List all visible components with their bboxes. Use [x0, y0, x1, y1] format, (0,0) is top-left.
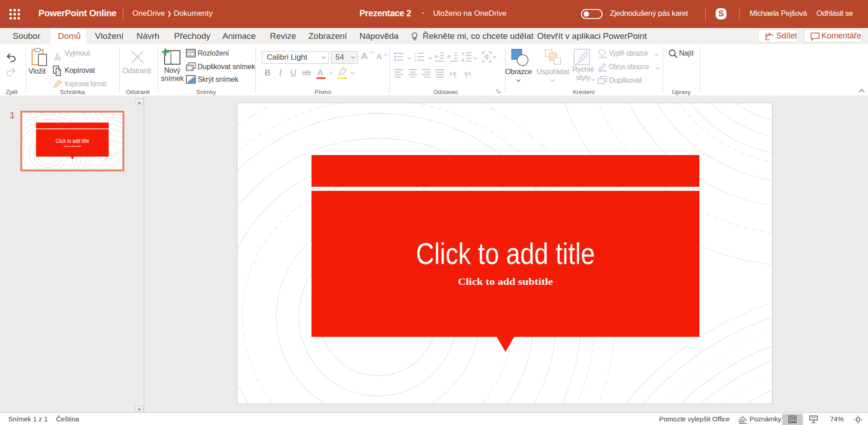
- svg-text:¶: ¶: [453, 71, 457, 78]
- svg-text:Click to add title: Click to add title: [416, 237, 595, 270]
- svg-text:Click to add subtitle: Click to add subtitle: [63, 145, 81, 147]
- svg-text:3: 3: [414, 59, 416, 63]
- svg-text:Click to add title: Click to add title: [56, 138, 89, 144]
- svg-text:¶: ¶: [464, 71, 468, 78]
- svg-text:Click to add subtitle: Click to add subtitle: [458, 277, 553, 287]
